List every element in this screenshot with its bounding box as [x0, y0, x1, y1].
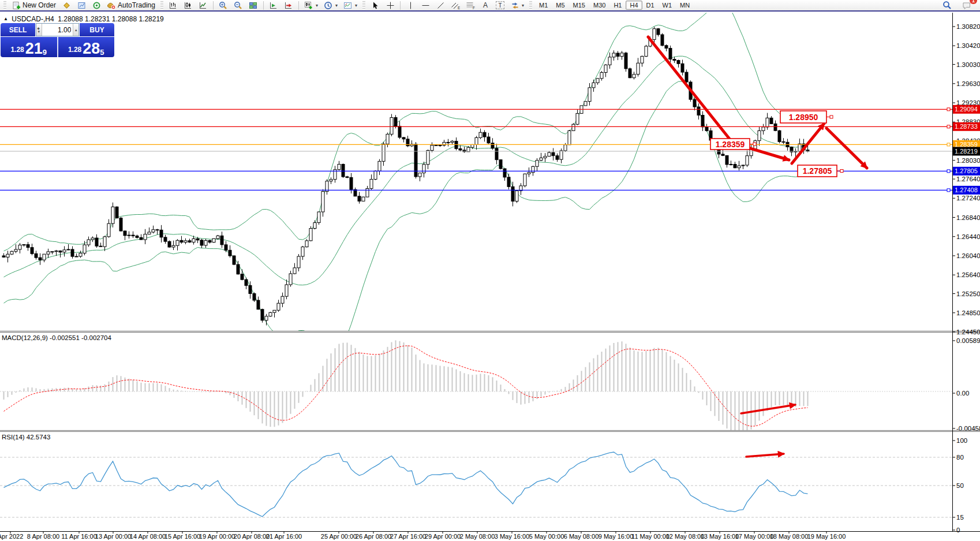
svg-text:1.29094: 1.29094 — [955, 106, 978, 113]
svg-text:100: 100 — [956, 437, 967, 444]
templates-icon — [343, 1, 353, 10]
chart-window-button[interactable] — [74, 0, 88, 11]
chart-background[interactable] — [0, 13, 980, 541]
svg-text:17 May 00:00: 17 May 00:00 — [735, 533, 774, 540]
toolbar-separator — [400, 1, 401, 10]
chevron-down-icon: ▾ — [316, 3, 318, 8]
toolbar-separator — [263, 1, 264, 10]
autotrading-icon — [107, 1, 116, 10]
tile-windows-icon — [249, 1, 258, 10]
auto-scroll-icon — [269, 1, 278, 10]
symbol-period: USDCAD-,H4 — [12, 15, 54, 23]
svg-text:0.00: 0.00 — [956, 390, 969, 397]
volume-spinner-down[interactable]: ◆▼ — [36, 24, 42, 36]
fibonacci-button[interactable]: F — [463, 0, 477, 11]
volume-box: ◆▼ ▲ — [36, 23, 79, 36]
expert-advisors-button[interactable] — [59, 0, 73, 11]
tile-windows-button[interactable] — [246, 0, 260, 11]
timeframe-D1[interactable]: D1 — [642, 1, 659, 10]
vertical-line-icon — [406, 1, 415, 10]
line-chart-icon — [199, 1, 208, 10]
zoom-in-button[interactable] — [216, 0, 230, 11]
one-click-trading-panel: SELL ◆▼ ▲ BUY 1.28219 1.28285 — [1, 23, 114, 57]
zoom-in-icon — [219, 1, 228, 10]
new-chart-icon — [304, 1, 313, 10]
sell-price-sup: 9 — [43, 48, 47, 57]
volume-spinner-up[interactable]: ▲ — [73, 24, 78, 36]
svg-text:21 Apr 16:00: 21 Apr 16:00 — [266, 533, 302, 540]
timeframe-H1[interactable]: H1 — [609, 1, 626, 10]
svg-text:1.25640: 1.25640 — [956, 271, 980, 278]
signals-button[interactable] — [89, 0, 103, 11]
line-handle[interactable] — [947, 108, 950, 111]
timeframe-M5[interactable]: M5 — [552, 1, 568, 10]
candlestick-chart-button[interactable] — [181, 0, 195, 11]
crosshair-button[interactable] — [383, 0, 397, 11]
buy-price-sup: 5 — [100, 48, 104, 57]
timeframe-M30[interactable]: M30 — [589, 1, 609, 10]
toolbar-grip[interactable] — [529, 1, 532, 9]
new-chart-button[interactable]: ▾ — [302, 0, 320, 11]
svg-text:1.27240: 1.27240 — [956, 195, 980, 202]
bar-chart-button[interactable] — [166, 0, 180, 11]
svg-text:1.28030: 1.28030 — [956, 157, 980, 164]
buy-price-big: 28 — [83, 42, 100, 55]
chart-title: ▲ USDCAD-,H4 1.28088 1.28231 1.28088 1.2… — [3, 15, 164, 23]
autotrading-button[interactable]: AutoTrading — [104, 0, 158, 11]
templates-button[interactable]: ▾ — [341, 0, 360, 11]
timeframe-MN[interactable]: MN — [676, 1, 694, 10]
auto-scroll-button[interactable] — [267, 0, 280, 11]
volume-input[interactable] — [42, 24, 73, 36]
svg-text:E: E — [458, 6, 460, 10]
svg-text:11 Apr 16:00: 11 Apr 16:00 — [61, 533, 97, 540]
signals-icon — [92, 1, 101, 10]
sell-label: SELL — [9, 26, 27, 34]
svg-text:1.25250: 1.25250 — [956, 290, 980, 297]
timeframe-M1[interactable]: M1 — [535, 1, 552, 10]
timeframe-W1[interactable]: W1 — [659, 1, 676, 10]
sell-price[interactable]: 1.28219 — [1, 37, 57, 57]
time-axis[interactable]: Apr 20228 Apr 08:0011 Apr 16:0013 Apr 00… — [0, 531, 846, 540]
text-button[interactable]: A — [478, 0, 492, 11]
line-handle[interactable] — [947, 143, 950, 146]
chevron-down-icon: ▾ — [522, 3, 524, 8]
buy-button[interactable]: BUY — [80, 23, 114, 36]
chart-shift-button[interactable] — [282, 0, 296, 11]
svg-text:1.27805: 1.27805 — [955, 167, 978, 174]
toolbar-grip[interactable] — [160, 1, 163, 9]
buy-price[interactable]: 1.28285 — [58, 37, 115, 57]
line-handle[interactable] — [947, 125, 950, 128]
arrows-button[interactable]: ▾ — [508, 0, 526, 11]
timeframe-H4[interactable]: H4 — [626, 1, 642, 10]
line-handle[interactable] — [947, 189, 950, 192]
toolbar-grip[interactable] — [3, 1, 6, 9]
cursor-button[interactable] — [368, 0, 382, 11]
new-order-button[interactable]: New Order — [9, 0, 58, 11]
toolbar-separator — [298, 1, 299, 10]
svg-text:1.27408: 1.27408 — [955, 186, 978, 193]
timeframe-M15[interactable]: M15 — [569, 1, 589, 10]
svg-text:80: 80 — [956, 454, 964, 461]
svg-text:1.28359: 1.28359 — [716, 140, 745, 149]
toolbar-grip[interactable] — [362, 1, 365, 9]
line-chart-button[interactable] — [196, 0, 210, 11]
line-handle[interactable] — [947, 170, 950, 173]
text-label-button[interactable]: T — [493, 0, 507, 11]
svg-text:26 Apr 08:00: 26 Apr 08:00 — [356, 533, 391, 540]
sell-button[interactable]: SELL — [1, 23, 35, 36]
zoom-out-button[interactable] — [231, 0, 245, 11]
svg-text:15 Apr 16:00: 15 Apr 16:00 — [164, 533, 200, 540]
periods-button[interactable]: ▾ — [321, 0, 340, 11]
chart-canvas[interactable]: 1.308201.304201.300301.296301.292301.288… — [0, 0, 980, 541]
svg-text:-0.004586: -0.004586 — [956, 425, 980, 432]
search-button[interactable] — [940, 0, 954, 11]
trendline-button[interactable] — [433, 0, 447, 11]
sell-price-small: 1.28 — [10, 46, 24, 54]
macd-label: MACD(12,26,9) -0.002551 -0.002704 — [2, 334, 111, 341]
equidistant-channel-button[interactable]: E — [448, 0, 462, 11]
horizontal-line-button[interactable] — [418, 0, 432, 11]
svg-text:5 May 00:00: 5 May 00:00 — [529, 533, 564, 540]
notifications-button[interactable]: 1 — [960, 0, 974, 11]
vertical-line-button[interactable] — [403, 0, 417, 11]
svg-text:12 May 08:00: 12 May 08:00 — [666, 533, 705, 540]
